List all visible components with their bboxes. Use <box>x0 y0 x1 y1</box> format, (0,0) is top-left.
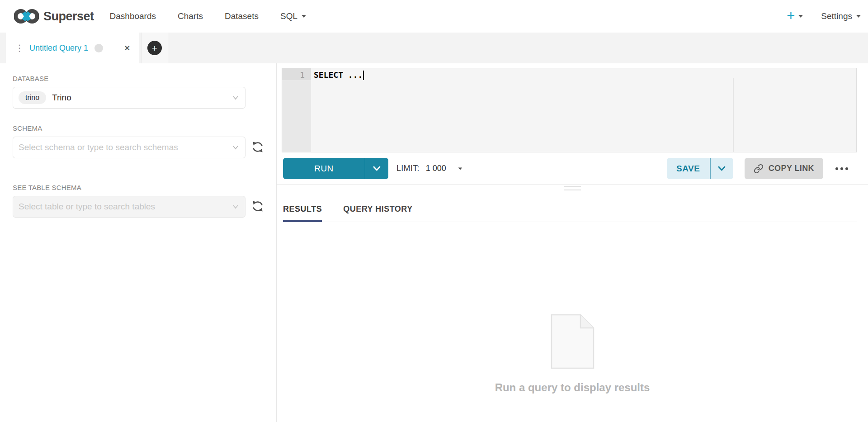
tab-drag-dots-icon[interactable]: ⋮ <box>15 43 23 53</box>
navbar: Superset Dashboards Charts Datasets SQL … <box>0 0 868 33</box>
plus-icon: + <box>787 9 795 23</box>
tab-close-icon[interactable]: ✕ <box>124 44 130 52</box>
chevron-down-icon <box>373 166 381 171</box>
editor-gutter: 1 <box>282 68 311 152</box>
editor-active-line-gutter <box>282 68 311 80</box>
nav-sql[interactable]: SQL <box>280 11 306 21</box>
pane-resize-handle[interactable] <box>564 186 581 193</box>
ellipsis-icon <box>840 167 843 170</box>
refresh-schemas-button[interactable] <box>251 141 264 154</box>
tab-results[interactable]: RESULTS <box>283 195 322 222</box>
chevron-down-icon <box>856 15 861 18</box>
print-margin-line <box>733 78 734 152</box>
document-icon <box>551 314 594 369</box>
chevron-down-icon <box>302 15 306 18</box>
table-field: SEE TABLE SCHEMA Select table or type to… <box>13 184 269 218</box>
sql-code-editor[interactable]: 1 SELECT ... <box>282 68 857 152</box>
main-nav: Dashboards Charts Datasets SQL <box>110 11 306 21</box>
results-empty-state: Run a query to display results <box>277 314 868 394</box>
new-menu-button[interactable]: + <box>787 10 803 23</box>
database-field: DATABASE trino Trino <box>13 75 269 109</box>
editor-code-area[interactable]: SELECT ... <box>311 68 856 152</box>
limit-value: 1 000 <box>426 164 446 173</box>
schema-select[interactable]: Select schema or type to search schemas <box>13 137 245 158</box>
brand-name: Superset <box>43 9 94 24</box>
table-schema-label: SEE TABLE SCHEMA <box>13 184 269 191</box>
more-actions-button[interactable] <box>835 165 849 173</box>
save-button[interactable]: SAVE <box>667 158 710 179</box>
add-tab-button[interactable]: + <box>141 33 168 63</box>
chevron-down-icon <box>232 204 239 209</box>
run-options-button[interactable] <box>365 158 388 179</box>
tab-label: Untitled Query 1 <box>29 43 88 53</box>
schema-field: SCHEMA Select schema or type to search s… <box>13 124 269 158</box>
nav-charts[interactable]: Charts <box>178 11 203 21</box>
tab-status-dot <box>94 44 103 52</box>
brand[interactable]: Superset <box>14 8 94 24</box>
add-tab-circle: + <box>147 41 162 55</box>
nav-datasets[interactable]: Datasets <box>225 11 259 21</box>
sql-code-text: SELECT ... <box>314 70 363 81</box>
limit-label: LIMIT: <box>396 164 420 173</box>
limit-dropdown[interactable]: LIMIT: 1 000 <box>396 164 462 173</box>
nav-sql-label: SQL <box>280 11 297 21</box>
tab-query-history[interactable]: QUERY HISTORY <box>343 195 413 222</box>
chevron-down-icon <box>798 15 803 18</box>
chevron-down-icon <box>458 167 462 170</box>
query-tabstrip: ⋮ Untitled Query 1 ✕ + <box>0 33 868 63</box>
copy-link-button[interactable]: COPY LINK <box>745 158 823 179</box>
nav-dashboards[interactable]: Dashboards <box>110 11 156 21</box>
refresh-icon <box>251 141 264 153</box>
schema-label: SCHEMA <box>13 124 269 132</box>
table-select-placeholder: Select table or type to search tables <box>19 202 155 212</box>
database-select[interactable]: trino Trino <box>13 87 245 109</box>
empty-state-text: Run a query to display results <box>495 381 650 394</box>
chevron-down-icon <box>232 145 239 150</box>
tab-untitled-query-1[interactable]: ⋮ Untitled Query 1 ✕ <box>6 33 139 63</box>
database-label: DATABASE <box>13 75 269 82</box>
editor-toolbar: RUN LIMIT: 1 000 SAVE <box>277 152 868 185</box>
ellipsis-icon <box>845 167 848 170</box>
database-type-pill: trino <box>19 91 46 104</box>
ellipsis-icon <box>835 167 838 170</box>
link-icon <box>754 164 764 174</box>
run-button[interactable]: RUN <box>283 158 365 179</box>
refresh-tables-button[interactable] <box>251 200 264 213</box>
chevron-down-icon <box>718 166 726 171</box>
results-tabbar: RESULTS QUERY HISTORY <box>283 195 857 222</box>
save-split-button: SAVE <box>667 158 733 179</box>
settings-label: Settings <box>821 11 852 21</box>
schema-select-placeholder: Select schema or type to search schemas <box>19 142 178 152</box>
chevron-down-icon <box>232 95 239 100</box>
database-select-value: Trino <box>52 93 71 103</box>
sidebar-divider <box>13 169 269 169</box>
navbar-right: + Settings <box>787 10 861 23</box>
superset-app: Superset Dashboards Charts Datasets SQL … <box>0 0 868 422</box>
text-cursor <box>363 71 364 80</box>
table-select[interactable]: Select table or type to search tables <box>13 196 245 218</box>
line-number: 1 <box>300 70 305 81</box>
editor-pane: 1 SELECT ... RUN <box>277 63 868 422</box>
plus-icon: + <box>152 43 157 53</box>
run-split-button: RUN <box>283 158 388 179</box>
sql-lab-main: DATABASE trino Trino SCHEMA Select schem <box>0 63 868 422</box>
superset-logo-icon <box>14 8 39 24</box>
sql-lab-sidebar: DATABASE trino Trino SCHEMA Select schem <box>0 63 277 422</box>
save-options-button[interactable] <box>710 158 733 179</box>
settings-menu-button[interactable]: Settings <box>821 11 861 21</box>
refresh-icon <box>251 200 264 213</box>
copy-link-label: COPY LINK <box>769 164 814 173</box>
